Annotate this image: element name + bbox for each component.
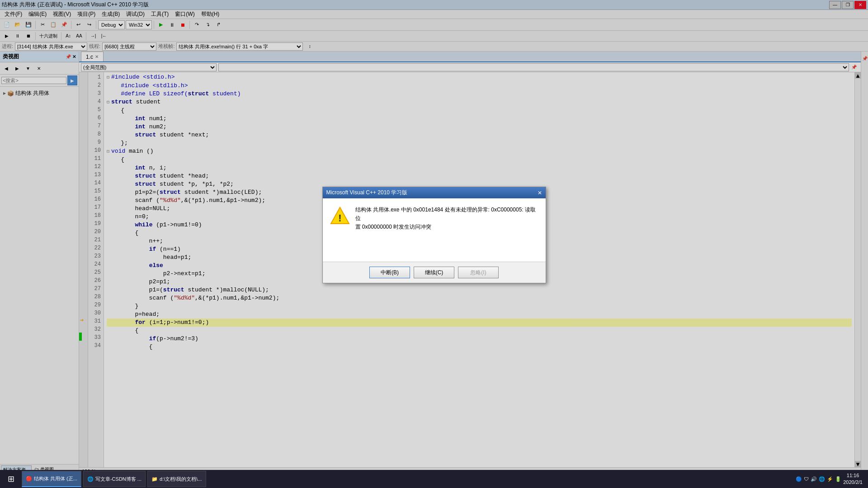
error-dialog: Microsoft Visual C++ 2010 学习版 ✕ ! 结构体 共用…: [322, 187, 546, 283]
tray-icon-3: 🔊: [811, 476, 817, 482]
dialog-title: Microsoft Visual C++ 2010 学习版: [326, 189, 408, 197]
dialog-overlay: Microsoft Visual C++ 2010 学习版 ✕ ! 结构体 共用…: [0, 0, 868, 470]
tray-icon-5: ⚡: [827, 476, 833, 482]
taskbar-tray: 🔵 🛡 🔊 🌐 ⚡ 🔋 11:16 2020/2/1: [796, 472, 866, 486]
dialog-titlebar: Microsoft Visual C++ 2010 学习版 ✕: [323, 187, 546, 198]
taskbar-item-1-icon: 🌐: [87, 476, 94, 482]
taskbar-item-2-label: d:\文档\我的文档\...: [160, 476, 202, 483]
taskbar-item-1-label: 写文章-CSDN博客 ...: [95, 476, 142, 483]
tray-time: 11:16: [843, 472, 863, 479]
start-icon: ⊞: [8, 474, 14, 484]
taskbar-item-0[interactable]: 🔴 结构体 共用体 (正...: [22, 471, 81, 487]
taskbar-item-0-label: 结构体 共用体 (正...: [34, 475, 77, 482]
dialog-message: 结构体 共用体.exe 中的 0x001e1484 处有未处理的异常: 0xC0…: [355, 206, 538, 232]
tray-icon-4: 🌐: [819, 476, 825, 482]
taskbar-item-1[interactable]: 🌐 写文章-CSDN博客 ...: [83, 471, 146, 487]
taskbar: ⊞ 🔴 结构体 共用体 (正... 🌐 写文章-CSDN博客 ... 📁 d:\…: [0, 470, 868, 488]
dialog-ignore-btn[interactable]: 忽略(I): [458, 267, 499, 278]
taskbar-item-2[interactable]: 📁 d:\文档\我的文档\...: [147, 471, 206, 487]
dialog-scroll-area[interactable]: 结构体 共用体.exe 中的 0x001e1484 处有未处理的异常: 0xC0…: [355, 206, 538, 232]
dialog-close-btn[interactable]: ✕: [538, 190, 542, 196]
tray-date: 2020/2/1: [843, 479, 863, 486]
taskbar-item-0-icon: 🔴: [26, 476, 32, 482]
tray-icon-2: 🛡: [804, 476, 809, 482]
dialog-continue-btn[interactable]: 继续(C): [414, 267, 454, 278]
taskbar-item-2-icon: 📁: [151, 476, 158, 482]
svg-text:!: !: [338, 212, 341, 224]
tray-icon-1: 🔵: [796, 476, 802, 482]
warning-icon: !: [330, 206, 350, 225]
start-button[interactable]: ⊞: [2, 471, 20, 487]
dialog-body: ! 结构体 共用体.exe 中的 0x001e1484 处有未处理的异常: 0x…: [323, 198, 546, 262]
dialog-break-btn[interactable]: 中断(B): [369, 267, 410, 278]
tray-icon-6: 🔋: [835, 476, 841, 482]
tray-clock[interactable]: 11:16 2020/2/1: [843, 472, 863, 486]
dialog-footer: 中断(B) 继续(C) 忽略(I): [323, 262, 546, 283]
